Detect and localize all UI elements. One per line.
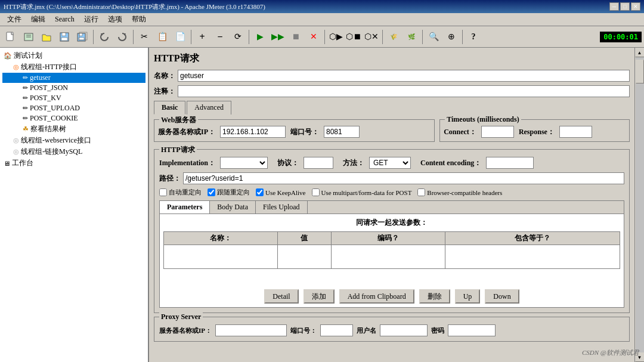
group1-icon: ◎ — [13, 63, 19, 71]
toolbar-search-button[interactable]: 🔍 — [425, 29, 442, 45]
add-clipboard-button[interactable]: Add from Clipboard — [339, 289, 414, 304]
tree-item-getuser[interactable]: ✏ getuser — [2, 73, 145, 83]
toolbar-clear-button[interactable]: 🌾 — [385, 29, 402, 45]
scroll-thumb[interactable] — [636, 60, 644, 83]
toolbar-remove-button[interactable]: − — [212, 29, 228, 45]
browser-compat-checkbox[interactable] — [417, 188, 425, 196]
delete-button[interactable]: 删除 — [419, 289, 450, 304]
toolbar-help-button[interactable]: ? — [465, 29, 482, 45]
toolbar-new-button[interactable] — [2, 29, 19, 45]
checkbox-follow-redirect[interactable]: 跟随重定向 — [208, 188, 250, 197]
method-label: 方法： — [343, 158, 364, 168]
tree-label-result-tree: 察看结果树 — [30, 124, 66, 134]
toolbar-reset-button[interactable]: ⊕ — [443, 29, 460, 45]
toolbar-separator-6 — [382, 30, 383, 44]
menu-edit[interactable]: 编辑 — [26, 13, 50, 26]
col-include: 包含等于？ — [445, 232, 620, 245]
toolbar-cut-button[interactable]: ✂ — [136, 29, 153, 45]
proxy-pass-input[interactable] — [448, 324, 496, 336]
workbench-icon: 🖥 — [4, 160, 10, 167]
menu-run[interactable]: 运行 — [79, 13, 103, 26]
toolbar-remote-stop-button[interactable]: ⬡⏹ — [345, 29, 362, 45]
toolbar-add-button[interactable]: + — [194, 29, 210, 45]
menu-help[interactable]: 帮助 — [127, 13, 151, 26]
checkbox-auto-redirect[interactable]: 自动重定向 — [159, 188, 202, 197]
minimize-button[interactable]: ─ — [609, 2, 619, 11]
checkbox-keepalive[interactable]: Use KeepAlive — [256, 188, 306, 196]
multipart-checkbox[interactable] — [312, 188, 320, 196]
method-select[interactable]: GET POST DELETE PUT — [369, 157, 411, 169]
port-input[interactable] — [324, 126, 360, 138]
toolbar-save-all-button[interactable] — [74, 29, 91, 45]
scroll-track — [636, 57, 644, 352]
toolbar-paste-button[interactable]: 📄 — [172, 29, 188, 45]
toolbar-remote-start-button[interactable]: ⬡▶ — [327, 29, 344, 45]
toolbar-shutdown-button[interactable]: ✕ — [305, 29, 322, 45]
toolbar-copy-button[interactable]: 📋 — [154, 29, 171, 45]
inner-tab-body-data[interactable]: Body Data — [210, 201, 256, 214]
impl-label: Implementation： — [159, 158, 215, 168]
toolbar-templates-button[interactable] — [20, 29, 37, 45]
protocol-input[interactable] — [304, 157, 333, 169]
checkbox-browser-compat[interactable]: Browser-compatible headers — [417, 188, 502, 196]
toolbar-start-nopause-button[interactable]: ▶▶ — [270, 29, 286, 45]
tree-item-root[interactable]: 🏠 测试计划 — [2, 50, 145, 61]
toolbar-save-button[interactable] — [56, 29, 73, 45]
auto-redirect-checkbox[interactable] — [159, 188, 167, 196]
toolbar-open-button[interactable] — [38, 29, 55, 45]
impl-select[interactable] — [220, 157, 268, 169]
toolbar-revert-button[interactable] — [96, 29, 113, 45]
server-input[interactable] — [220, 126, 286, 138]
comment-input[interactable] — [178, 85, 630, 97]
bottom-buttons: Detail 添加 Add from Clipboard 删除 Up Down — [160, 289, 624, 304]
menu-file[interactable]: 文件 — [2, 13, 26, 26]
detail-button[interactable]: Detail — [264, 289, 298, 304]
name-input[interactable] — [178, 70, 630, 82]
checkbox-multipart[interactable]: Use multipart/form-data for POST — [312, 188, 412, 196]
tree-item-post-kv[interactable]: ✏ POST_KV — [2, 93, 145, 103]
tree-item-post-json[interactable]: ✏ POST_JSON — [2, 83, 145, 93]
proxy-user-label: 用户名 — [357, 326, 376, 335]
tree-item-workbench[interactable]: 🖥 工作台 — [2, 157, 145, 169]
toolbar-stop-button[interactable]: ⏹ — [287, 29, 304, 45]
title-bar: HTTP请求.jmx (C:\Users\Administrator\Deskt… — [0, 0, 644, 13]
toolbar-forward-button[interactable] — [114, 29, 131, 45]
response-input[interactable] — [559, 126, 592, 138]
toolbar-remote-shutdown-button[interactable]: ⬡✕ — [363, 29, 380, 45]
inner-tab-parameters[interactable]: Parameters — [160, 201, 210, 214]
tree-item-post-cookie[interactable]: ✏ POST_COOKIE — [2, 113, 145, 123]
add-button[interactable]: 添加 — [304, 289, 335, 304]
proxy-port-input[interactable] — [320, 324, 353, 336]
tab-advanced[interactable]: Advanced — [187, 101, 231, 115]
proxy-server-label: 服务器名称或IP： — [159, 326, 212, 335]
proxy-user-input[interactable] — [380, 324, 428, 336]
connect-input[interactable] — [481, 126, 514, 138]
tree-item-result-tree[interactable]: ☘ 察看结果树 — [2, 123, 145, 135]
panel-title: HTTP请求 — [154, 52, 630, 65]
down-button[interactable]: Down — [485, 289, 519, 304]
tree-item-group3[interactable]: ◎ 线程组-链接MySQL — [2, 146, 145, 157]
toolbar-toggle-button[interactable]: ⟳ — [230, 29, 246, 45]
close-button[interactable]: ✕ — [631, 2, 640, 11]
inner-tab-files-upload[interactable]: Files Upload — [256, 201, 308, 214]
scroll-up-button[interactable]: ▲ — [635, 48, 645, 57]
encoding-input[interactable] — [486, 157, 534, 169]
maximize-button[interactable]: □ — [620, 2, 630, 11]
toolbar-start-button[interactable]: ▶ — [252, 29, 268, 45]
path-input[interactable] — [183, 172, 624, 184]
tree-item-group2[interactable]: ◎ 线程组-webservice接口 — [2, 135, 145, 146]
proxy-server-input[interactable] — [215, 324, 287, 336]
menu-bar: 文件 编辑 Search 运行 选项 帮助 — [0, 13, 644, 26]
menu-search[interactable]: Search — [50, 14, 79, 25]
response-label: Response： — [519, 127, 555, 137]
up-button[interactable]: Up — [455, 289, 481, 304]
tree-item-group1[interactable]: ◎ 线程组-HTTP接口 — [2, 61, 145, 73]
menu-options[interactable]: 选项 — [103, 13, 127, 26]
tree-item-post-upload[interactable]: ✏ POST_UPLOAD — [2, 103, 145, 113]
keepalive-checkbox[interactable] — [256, 188, 264, 196]
col-name: 名称： — [164, 232, 278, 245]
encoding-label: Content encoding： — [420, 158, 481, 168]
follow-redirect-checkbox[interactable] — [208, 188, 215, 196]
toolbar-clear-all-button[interactable]: 🌿 — [403, 29, 420, 45]
tab-basic[interactable]: Basic — [154, 101, 185, 115]
